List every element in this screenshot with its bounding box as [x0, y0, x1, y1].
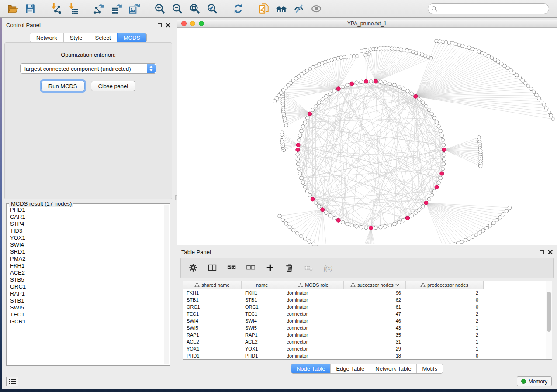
list-icon: [9, 378, 16, 385]
column-header-shared-name[interactable]: shared name: [183, 281, 242, 289]
mcds-result-item[interactable]: STP4: [10, 220, 164, 227]
table-header: shared namenameMCDS rolesuccessor nodesp…: [183, 281, 484, 289]
table-row[interactable]: ORC1ORC1dominator610: [183, 303, 552, 310]
function-icon[interactable]: f(x): [323, 263, 333, 273]
home-button[interactable]: [273, 2, 290, 16]
mcds-result-item[interactable]: ACE2: [10, 269, 164, 276]
add-icon[interactable]: [266, 263, 275, 273]
close-panel-icon[interactable]: [166, 23, 170, 28]
delete-table-icon[interactable]: [304, 263, 314, 273]
column-header-name[interactable]: name: [242, 281, 283, 289]
search-input[interactable]: [428, 3, 549, 14]
task-history-button[interactable]: [6, 377, 18, 386]
svg-text:f(x): f(x): [324, 265, 332, 272]
status-bar: Memory: [2, 374, 557, 389]
tab-edge-table[interactable]: Edge Table: [330, 364, 370, 373]
open-button[interactable]: [4, 2, 21, 16]
memory-button[interactable]: Memory: [517, 376, 552, 386]
tab-node-table[interactable]: Node Table: [291, 364, 331, 373]
criterion-select[interactable]: largest connected component (undirected): [20, 63, 156, 74]
network-view-window: YPA_prune.txt_1: [177, 20, 557, 245]
tree-icon: [194, 282, 200, 288]
table-row[interactable]: YOX1YOX1connector291: [183, 345, 552, 352]
mcds-result-list[interactable]: PHD1CAR1STP4TID3YOX1SWI4SRD1PMA2FKH1ACE2…: [7, 206, 164, 364]
tab-select[interactable]: Select: [89, 33, 117, 42]
table-panel-tabs: Node TableEdge TableNetwork TableMotifs: [177, 364, 557, 374]
import-table-button[interactable]: [65, 2, 82, 16]
tab-style[interactable]: Style: [63, 33, 89, 42]
hide-graphics-button[interactable]: [290, 2, 308, 16]
export-network-button[interactable]: [90, 2, 108, 16]
tab-network-table[interactable]: Network Table: [370, 364, 416, 373]
mcds-result-item[interactable]: PMA2: [10, 255, 164, 262]
refresh-button[interactable]: [229, 2, 247, 16]
table-row[interactable]: STB1STB1dominator620: [183, 296, 552, 303]
table-body: FKH1FKH1dominator962STB1STB1dominator620…: [183, 289, 552, 359]
mcds-result-item[interactable]: TEC1: [10, 311, 164, 318]
close-panel-button[interactable]: Close panel: [91, 81, 136, 91]
settings-icon[interactable]: [189, 263, 198, 273]
zoom-selected-button[interactable]: [204, 2, 221, 16]
mcds-result-item[interactable]: GCR1: [10, 318, 164, 325]
close-panel-icon[interactable]: [548, 250, 553, 254]
delete-icon[interactable]: [285, 263, 294, 273]
mcds-result-item[interactable]: SWI4: [10, 241, 164, 248]
tab-motifs[interactable]: Motifs: [416, 364, 443, 373]
table-row[interactable]: RAP1RAP1dominator352: [183, 331, 552, 338]
node-table[interactable]: shared namenameMCDS rolesuccessor nodesp…: [183, 281, 552, 360]
criterion-value: largest connected component (undirected): [21, 65, 131, 72]
mcds-result-item[interactable]: STB1: [10, 297, 164, 304]
mcds-result-item[interactable]: PHD1: [10, 206, 164, 213]
import-network-button[interactable]: [47, 2, 65, 16]
table-row[interactable]: SWI5SWI5connector431: [183, 324, 552, 331]
search-icon: [431, 6, 437, 12]
column-icon[interactable]: [208, 263, 218, 273]
mcds-result-item[interactable]: TID3: [10, 227, 164, 234]
zoom-out-button[interactable]: [169, 2, 186, 16]
sort-icon: [395, 284, 399, 286]
column-header-predecessor-nodes[interactable]: predecessor nodes: [406, 281, 483, 289]
export-image-button[interactable]: [125, 2, 143, 16]
mcds-result-item[interactable]: CAR1: [10, 213, 164, 220]
column-header-successor-nodes[interactable]: successor nodes: [344, 281, 406, 289]
mcds-result-item[interactable]: FKH1: [10, 262, 164, 269]
export-table-button[interactable]: [108, 2, 125, 16]
table-row[interactable]: FKH1FKH1dominator962: [183, 289, 552, 296]
mcds-list-scrollbar[interactable]: [164, 205, 169, 364]
column-header-MCDS-role[interactable]: MCDS role: [283, 281, 344, 289]
table-scrollbar[interactable]: [546, 281, 552, 359]
scrollbar-thumb[interactable]: [547, 292, 551, 332]
mcds-result-item[interactable]: SRD1: [10, 248, 164, 255]
table-row[interactable]: SWI4SWI4dominator462: [183, 317, 552, 324]
control-panel-tabs: NetworkStyleSelectMCDS: [2, 33, 175, 43]
zoom-in-button[interactable]: [151, 2, 169, 16]
mcds-result-item[interactable]: YOX1: [10, 234, 164, 241]
control-panel: Control Panel NetworkStyleSelectMCDS Opt…: [2, 20, 175, 373]
mcds-result-item[interactable]: SWI5: [10, 304, 164, 311]
mcds-result-item[interactable]: RAP1: [10, 290, 164, 297]
table-row[interactable]: PHD1PHD1dominator180: [183, 352, 552, 359]
show-graphics-button[interactable]: [308, 2, 325, 16]
tab-network[interactable]: Network: [30, 33, 63, 42]
optimization-criterion-label: Optimization criterion:: [5, 52, 172, 58]
mcds-result-item[interactable]: STB5: [10, 276, 164, 283]
tree-icon: [350, 282, 356, 288]
run-mcds-button[interactable]: Run MCDS: [41, 81, 85, 91]
control-panel-title: Control Panel: [6, 22, 41, 28]
tab-mcds[interactable]: MCDS: [117, 33, 146, 42]
deselect-all-icon[interactable]: [246, 263, 256, 273]
table-row[interactable]: TEC1TEC1connector472: [183, 310, 552, 317]
network-canvas[interactable]: [177, 28, 557, 244]
mcds-result-box: MCDS result (17 nodes) PHD1CAR1STP4TID3Y…: [6, 203, 170, 366]
mcds-result-item[interactable]: ORC1: [10, 283, 164, 290]
table-panel: Table Panel f(x) shared namenameMCDS rol…: [177, 247, 557, 373]
float-panel-icon[interactable]: [158, 23, 162, 27]
network-titlebar: YPA_prune.txt_1: [177, 20, 557, 28]
save-button[interactable]: [21, 2, 39, 16]
select-all-icon[interactable]: [227, 263, 237, 273]
float-panel-icon[interactable]: [540, 250, 544, 254]
zoom-fit-button[interactable]: [186, 2, 204, 16]
clone-network-button[interactable]: [255, 2, 273, 16]
mcds-result-title: MCDS result (17 nodes): [9, 200, 73, 207]
table-row[interactable]: ACE2ACE2connector311: [183, 338, 552, 345]
